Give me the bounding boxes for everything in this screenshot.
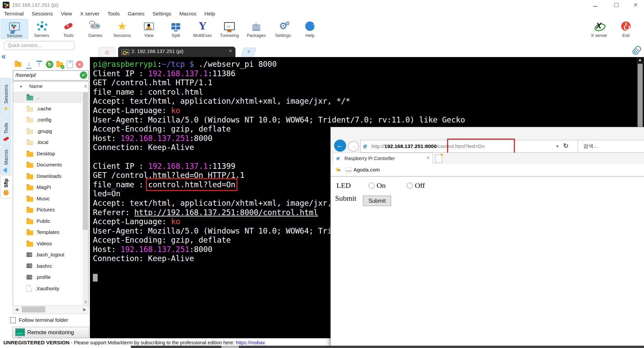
favorites-agoda-link[interactable]: Agoda.com	[354, 167, 380, 173]
file-row[interactable]: ..	[13, 92, 82, 103]
toolbar-split-button[interactable]: Split	[162, 19, 189, 38]
file-row[interactable]: .gnupg	[13, 126, 82, 137]
side-tab-sftp[interactable]: Sftp	[0, 175, 12, 199]
new-tab-button[interactable]: +	[241, 48, 256, 56]
new-file-icon[interactable]	[67, 61, 73, 68]
menu-tools[interactable]: Tools	[108, 11, 120, 17]
scrollbar-thumb[interactable]	[83, 92, 88, 230]
name-column-header[interactable]: Name	[29, 83, 43, 89]
horizontal-scrollbar[interactable]: ◀ ▶	[13, 305, 89, 314]
file-row[interactable]: .profile	[13, 271, 82, 283]
maximize-button[interactable]	[611, 1, 621, 9]
terminal-scroll-thumb[interactable]	[638, 64, 643, 128]
led-on-radio[interactable]	[369, 183, 375, 189]
toolbar-games-button[interactable]: Games	[82, 19, 109, 38]
minimize-button[interactable]	[590, 1, 600, 9]
side-tab-tools[interactable]: Tools	[0, 118, 12, 146]
sftp-path-field[interactable]: /home/pi/ ✔	[13, 70, 89, 81]
terminal-scroll-up-icon[interactable]: ▲	[638, 57, 642, 62]
file-row[interactable]: Desktop	[13, 148, 82, 159]
file-row[interactable]: Templates	[13, 227, 82, 238]
file-row[interactable]: Downloads	[13, 170, 82, 182]
favorites-star-icon[interactable]: ★	[335, 165, 341, 173]
menu-settings[interactable]: Settings	[153, 11, 171, 17]
scroll-left-icon[interactable]: ◀	[15, 307, 18, 312]
toolbar-exit-button[interactable]: Exit	[612, 19, 639, 38]
close-button[interactable]: ×	[631, 1, 641, 9]
sftp-panel: ↓ ↑ ↻ × /home/pi/ ✔ ▼ Name ∧ ...cache.co…	[11, 50, 90, 338]
url-dropdown-icon[interactable]: ▾	[556, 144, 558, 149]
toolbar-servers-button[interactable]: Servers	[28, 19, 55, 38]
menu-view[interactable]: View	[61, 11, 72, 17]
menu-terminal[interactable]: Terminal	[4, 11, 24, 17]
file-row[interactable]: .config	[13, 114, 82, 126]
submit-button[interactable]: Submit	[363, 196, 391, 206]
file-name: Music	[37, 196, 50, 201]
folder-icon	[26, 163, 33, 168]
toolbar-packages-button[interactable]: Packages	[243, 19, 270, 38]
file-row[interactable]: .bashrc	[13, 260, 82, 272]
menu-macros[interactable]: Macros	[179, 11, 197, 17]
file-row[interactable]: MagPi	[13, 182, 82, 193]
hscrollbar-thumb[interactable]	[22, 306, 45, 312]
tab-close-icon[interactable]: ×	[229, 48, 232, 54]
ie-forward-button[interactable]: →	[348, 141, 359, 152]
upload-icon[interactable]: ↑	[36, 61, 43, 68]
file-row[interactable]: Documents	[13, 159, 82, 170]
file-row[interactable]: Public	[13, 215, 82, 227]
toolbar-help-button[interactable]: Help	[297, 19, 323, 38]
download-icon[interactable]: ↓	[25, 61, 33, 68]
ie-page-tab[interactable]: e Raspberry Pi Contorller ×	[333, 153, 433, 164]
taskbar-edge-segment	[221, 346, 239, 348]
file-row[interactable]: .Xauthority	[13, 283, 82, 294]
scroll-up-icon[interactable]: ∧	[84, 84, 87, 89]
terminal-session-tab[interactable]: 2. 192.168.137.251 (pi) ×	[118, 47, 235, 57]
toolbar-multiexec-button[interactable]: YMultiExec	[189, 19, 216, 38]
scroll-down-icon[interactable]: ∨	[84, 299, 87, 304]
ie-back-button[interactable]: ←	[334, 140, 346, 152]
file-name: Desktop	[37, 151, 55, 156]
path-confirm-icon[interactable]: ✔	[80, 71, 87, 79]
toolbar-x server-button[interactable]: X server	[586, 19, 612, 38]
parent-folder-icon[interactable]	[15, 61, 22, 68]
toolbar-sessions-button[interactable]: ★Sessions	[109, 19, 136, 38]
file-row[interactable]: .local	[13, 137, 82, 148]
toolbar-tunneling-button[interactable]: Tunneling	[216, 19, 243, 38]
menu-games[interactable]: Games	[128, 11, 145, 17]
remote-monitoring-button[interactable]: Remote monitoring	[12, 327, 89, 338]
menu-x-server[interactable]: X server	[80, 11, 100, 17]
toolbar-settings-button[interactable]: ⚙Settings	[270, 19, 297, 38]
ie-tab-close-icon[interactable]: ×	[427, 155, 430, 161]
list-header[interactable]: ▼ Name ∧	[13, 81, 88, 92]
menu-sessions[interactable]: Sessions	[32, 11, 53, 17]
menu-help[interactable]: Help	[205, 11, 215, 17]
sort-descending-icon[interactable]: ▼	[19, 85, 23, 89]
quick-connect-input[interactable]: Quick connect...	[4, 41, 74, 50]
follow-terminal-folder[interactable]: Follow terminal folder	[11, 316, 89, 324]
mobaxterm-link[interactable]: https://mobax	[236, 340, 265, 345]
unregistered-label: UNREGISTERED VERSION	[3, 340, 69, 345]
file-row[interactable]: Pictures	[13, 204, 82, 215]
toolbar-view-button[interactable]: View	[136, 19, 162, 38]
new-folder-icon[interactable]	[56, 61, 64, 68]
file-row[interactable]: .cache	[13, 103, 82, 114]
file-row[interactable]: Music	[13, 193, 82, 204]
follow-checkbox[interactable]	[10, 317, 16, 323]
vertical-scrollbar[interactable]: ∨	[83, 92, 88, 305]
ie-search-field[interactable]: 검색...	[578, 140, 644, 153]
file-row[interactable]: Videos	[13, 238, 82, 249]
collapse-sidebar-icon[interactable]: «	[1, 52, 6, 61]
home-tab-button[interactable]: ⌂	[99, 47, 115, 57]
refresh-icon[interactable]: ↻	[46, 61, 53, 68]
file-row[interactable]: .bash_logout	[13, 249, 82, 260]
ie-refresh-icon[interactable]: ↻	[563, 142, 569, 150]
attachments-icon[interactable]	[632, 45, 642, 56]
toolbar-tools-button[interactable]: Tools	[55, 19, 82, 38]
side-tab-macros[interactable]: Macros	[0, 147, 12, 175]
ie-new-tab-button[interactable]	[435, 155, 442, 163]
side-tab-sessions[interactable]: ★Sessions	[0, 78, 12, 117]
toolbar-session-button[interactable]: Session	[1, 19, 28, 39]
delete-icon[interactable]: ×	[76, 61, 83, 68]
led-off-radio[interactable]	[407, 183, 413, 189]
scroll-right-icon[interactable]: ▶	[83, 307, 86, 312]
